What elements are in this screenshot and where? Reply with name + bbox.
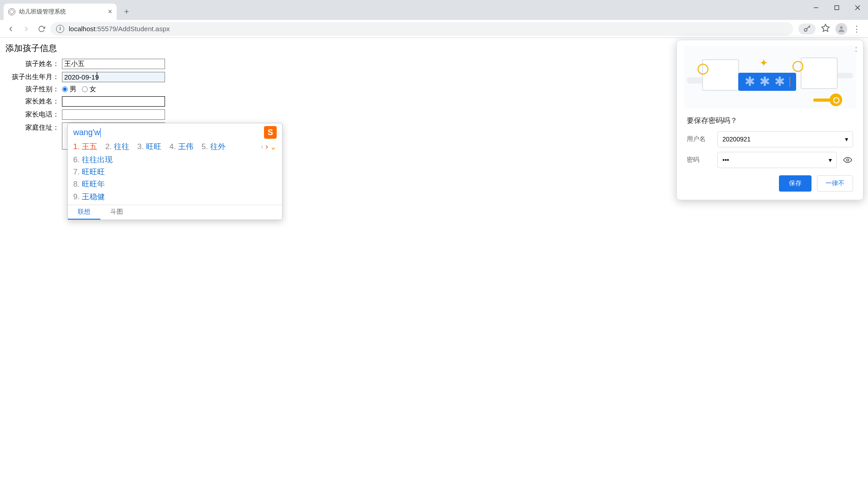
ime-candidate-4[interactable]: 4. 王伟 — [170, 141, 193, 152]
reload-button[interactable] — [35, 23, 48, 35]
reveal-password-icon[interactable] — [842, 155, 853, 164]
back-button[interactable] — [5, 23, 17, 35]
minimize-button[interactable] — [806, 0, 826, 15]
ime-prev-page-icon[interactable]: ‹ — [261, 142, 264, 151]
ime-tab-lianxiang[interactable]: 联想 — [68, 205, 100, 220]
never-save-button[interactable]: 一律不 — [817, 175, 853, 192]
toolbar-right: ⋮ — [796, 23, 863, 35]
ime-next-page-icon[interactable]: › — [265, 142, 268, 151]
globe-icon — [8, 8, 15, 15]
password-value: ••• — [722, 156, 729, 164]
ime-candidates-row: 1. 王五 2. 往往 3. 旺旺 4. 王伟 5. 往外 ‹ › ⌄ — [68, 140, 282, 154]
save-password-button[interactable]: 保存 — [779, 175, 811, 192]
saved-password-key-icon[interactable] — [798, 23, 816, 34]
svg-point-9 — [847, 159, 849, 161]
radio-gender-male[interactable] — [62, 86, 68, 92]
browser-tabstrip: 幼儿班级管理系统 × + — [0, 0, 868, 20]
ime-candidate-8[interactable]: 8. 旺旺年 — [73, 178, 277, 190]
ime-tab-doutu[interactable]: 斗图 — [100, 205, 133, 220]
dropdown-caret-icon: ▾ — [845, 136, 848, 143]
ime-candidate-9[interactable]: 9. 王稳健 — [73, 191, 277, 203]
sogou-logo-icon: S — [264, 126, 277, 139]
input-parent-name[interactable] — [62, 96, 165, 107]
svg-point-8 — [840, 26, 843, 29]
ime-candidate-2[interactable]: 2. 往往 — [105, 141, 129, 152]
label-gender-female: 女 — [90, 85, 96, 94]
password-illustration: ✦ ✱✱✱ — [684, 46, 856, 109]
input-child-name[interactable] — [62, 59, 165, 69]
browser-toolbar: i localhost:55579/AddStudent.aspx ⋮ — [0, 20, 868, 38]
forward-button[interactable] — [20, 23, 33, 35]
label-child-name: 孩子姓名： — [5, 60, 62, 68]
ime-candidate-1[interactable]: 1. 王五 — [73, 141, 97, 152]
key-icon — [813, 94, 842, 107]
bookmark-star-icon[interactable] — [821, 23, 830, 34]
profile-avatar-icon[interactable] — [835, 23, 847, 35]
label-parent-name: 家长姓名： — [5, 97, 62, 106]
ime-composition: wang'w — [73, 128, 101, 137]
label-parent-phone: 家长电话： — [5, 110, 62, 119]
username-value: 20200921 — [722, 136, 750, 143]
dialog-title: 要保存密码吗？ — [687, 116, 853, 126]
dropdown-caret-icon: ▾ — [829, 156, 832, 164]
ime-candidate-5[interactable]: 5. 往外 — [202, 141, 226, 152]
select-password[interactable]: ••• ▾ — [717, 152, 837, 168]
label-username: 用户名 — [687, 135, 712, 143]
input-parent-phone[interactable] — [62, 109, 165, 120]
label-child-gender: 孩子性别： — [5, 85, 62, 94]
ime-candidate-popup: wang'w S 1. 王五 2. 往往 3. 旺旺 4. 王伟 5. 往外 ‹… — [67, 123, 283, 220]
label-address: 家庭住址： — [5, 122, 62, 132]
url-text: localhost:55579/AddStudent.aspx — [69, 25, 170, 33]
svg-marker-7 — [822, 24, 830, 31]
browser-tab[interactable]: 幼儿班级管理系统 × — [4, 4, 117, 20]
svg-rect-1 — [835, 6, 839, 10]
label-gender-male: 男 — [70, 85, 76, 94]
radio-gender-female[interactable] — [82, 86, 88, 92]
ime-candidate-7[interactable]: 7. 旺旺旺 — [73, 166, 277, 178]
kebab-menu-icon[interactable]: ⋮ — [853, 24, 861, 34]
site-info-icon[interactable]: i — [56, 25, 64, 33]
input-child-dob[interactable] — [62, 72, 165, 82]
svg-point-4 — [804, 28, 807, 31]
new-tab-button[interactable]: + — [120, 5, 133, 18]
tab-close-icon[interactable]: × — [108, 8, 112, 15]
tab-title: 幼儿班级管理系统 — [19, 8, 66, 16]
label-child-dob: 孩子出生年月： — [5, 73, 62, 81]
svg-line-6 — [809, 26, 810, 27]
ime-candidate-6[interactable]: 6. 往往出现 — [73, 154, 277, 166]
password-box-graphic: ✱✱✱ — [738, 73, 796, 91]
ime-candidates-list: 6. 往往出现 7. 旺旺旺 8. 旺旺年 9. 王稳健 — [68, 154, 282, 205]
ime-candidate-3[interactable]: 3. 旺旺 — [137, 141, 161, 152]
save-password-dialog: ✕ ✦ ✱✱✱ 要保存密码吗？ 用户名 20200921 ▾ 密码 ••• ▾ — [676, 40, 863, 200]
select-username[interactable]: 20200921 ▾ — [717, 131, 853, 147]
address-bar[interactable]: i localhost:55579/AddStudent.aspx — [51, 22, 793, 36]
maximize-button[interactable] — [826, 0, 847, 15]
window-controls — [806, 0, 868, 15]
ime-expand-icon[interactable]: ⌄ — [270, 142, 277, 152]
close-window-button[interactable] — [847, 0, 868, 15]
label-password: 密码 — [687, 156, 712, 164]
